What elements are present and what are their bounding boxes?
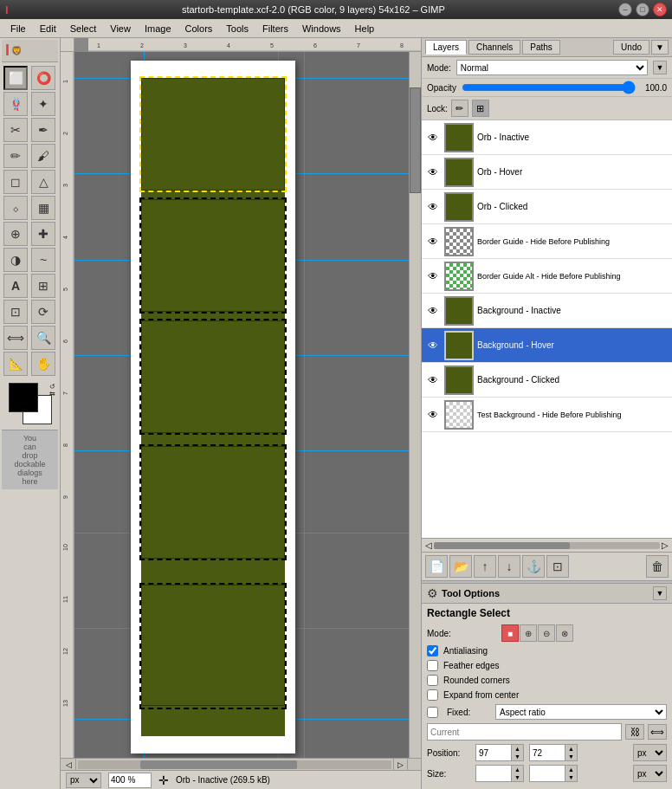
layer-item-4[interactable]: 👁 Border Guide Alt - Hide Before Publish… — [422, 259, 672, 294]
layer-scroll-right[interactable]: ▷ — [662, 540, 669, 550]
tab-channels[interactable]: Channels — [468, 40, 520, 55]
layer-item-1[interactable]: 👁 Orb - Hover — [422, 155, 672, 190]
size-unit-select[interactable]: px mm — [633, 765, 667, 782]
aspect-chain-btn[interactable]: ⛓ — [625, 724, 644, 740]
mode-select[interactable]: Normal Dissolve Multiply Screen — [456, 60, 648, 75]
layer-h-scrollbar[interactable] — [434, 542, 660, 549]
delete-layer-btn[interactable]: 🗑 — [646, 555, 669, 578]
dodge-burn-tool[interactable]: ◑ — [3, 248, 28, 272]
size-w-value[interactable] — [476, 766, 511, 781]
menu-item-file[interactable]: File — [3, 22, 33, 36]
mode-subtract-btn[interactable]: ⊖ — [538, 624, 555, 642]
expand-checkbox[interactable] — [427, 689, 438, 701]
layer-eye-6[interactable]: 👁 — [425, 338, 441, 353]
clone-tool[interactable]: ⊕ — [3, 222, 28, 246]
menu-item-select[interactable]: Select — [63, 22, 104, 36]
rounded-checkbox[interactable] — [427, 675, 438, 686]
aspect-ratio-input[interactable] — [427, 723, 622, 740]
h-scrollbar-track[interactable] — [78, 760, 391, 769]
tab-undo[interactable]: Undo — [613, 40, 649, 55]
aspect-swap-btn[interactable]: ⟺ — [648, 724, 667, 740]
menu-item-tools[interactable]: Tools — [219, 22, 255, 36]
paths-tool[interactable]: ✒ — [31, 118, 55, 142]
tool-options-menu-btn[interactable]: ▼ — [653, 586, 667, 600]
layer-scroll-left[interactable]: ◁ — [425, 540, 432, 550]
layer-item-2[interactable]: 👁 Orb - Clicked — [422, 190, 672, 224]
new-layer-btn[interactable]: 📄 — [425, 555, 448, 578]
nav-icon[interactable]: ✛ — [158, 773, 169, 787]
layer-h-scroll-thumb[interactable] — [434, 542, 570, 549]
open-layer-btn[interactable]: 📂 — [449, 555, 472, 578]
menu-item-image[interactable]: Image — [138, 22, 178, 36]
mode-intersect-btn[interactable]: ⊗ — [556, 624, 573, 642]
layer-eye-4[interactable]: 👁 — [425, 268, 441, 284]
menu-item-colors[interactable]: Colors — [178, 22, 220, 36]
layer-item-8[interactable]: 👁 Test Background - Hide Before Publishi… — [422, 398, 672, 432]
pos-y-up[interactable]: ▲ — [565, 745, 577, 753]
layer-item-6[interactable]: 👁 Background - Hover — [422, 328, 672, 363]
feather-checkbox[interactable] — [427, 660, 438, 671]
pos-y-value[interactable] — [530, 745, 565, 760]
zoom-input[interactable] — [108, 773, 152, 788]
layer-eye-7[interactable]: 👁 — [425, 372, 441, 388]
layer-eye-0[interactable]: 👁 — [425, 130, 441, 146]
hand-tool[interactable]: ✋ — [31, 352, 55, 376]
position-unit-select[interactable]: px mm — [633, 744, 667, 761]
mode-replace-btn[interactable]: ■ — [501, 624, 519, 642]
size-h-value[interactable] — [530, 766, 565, 781]
free-select-tool[interactable]: 🪢 — [3, 92, 28, 116]
swap-colors-icon[interactable]: ⇆ — [49, 390, 55, 398]
lock-pixels-btn[interactable]: ✏ — [451, 100, 468, 117]
measure-tool[interactable]: 📐 — [3, 352, 28, 376]
crop-tool[interactable]: ⊡ — [3, 300, 28, 324]
h-scroll-left[interactable]: ◁ — [62, 759, 76, 771]
tab-layers[interactable]: Layers — [425, 40, 467, 55]
foreground-color-swatch[interactable] — [9, 383, 38, 412]
menu-item-help[interactable]: Help — [348, 22, 382, 36]
image-canvas[interactable] — [131, 61, 295, 753]
layer-item-5[interactable]: 👁 Background - Inactive — [422, 294, 672, 328]
bucket-fill-tool[interactable]: ⬦ — [3, 196, 28, 220]
fixed-select[interactable]: Aspect ratio Width Height Size — [495, 704, 667, 720]
opacity-slider[interactable] — [462, 81, 636, 94]
layer-eye-1[interactable]: 👁 — [425, 165, 441, 180]
h-scroll-right[interactable]: ▷ — [393, 759, 407, 771]
ellipse-select-tool[interactable]: ⭕ — [31, 66, 55, 90]
layer-item-3[interactable]: 👁 Border Guide - Hide Before Publishing — [422, 224, 672, 259]
flip-tool[interactable]: ⟺ — [3, 326, 28, 350]
pos-x-value[interactable] — [476, 745, 511, 760]
airbrush-tool[interactable]: △ — [31, 170, 55, 194]
lock-alpha-btn[interactable]: ⊞ — [472, 100, 489, 117]
mode-add-btn[interactable]: ⊕ — [520, 624, 537, 642]
fuzzy-select-tool[interactable]: ✦ — [31, 92, 55, 116]
panel-menu-btn[interactable]: ▼ — [651, 40, 669, 55]
duplicate-layer-btn[interactable]: ⊡ — [546, 555, 569, 578]
pencil-tool[interactable]: ✏ — [3, 144, 28, 168]
transform-tool[interactable]: ⟳ — [31, 300, 55, 324]
align-tool[interactable]: ⊞ — [31, 274, 55, 298]
eraser-tool[interactable]: ◻ — [3, 170, 28, 194]
size-w-down[interactable]: ▼ — [511, 773, 523, 781]
menu-item-windows[interactable]: Windows — [295, 22, 348, 36]
close-button[interactable]: ✕ — [653, 3, 667, 16]
size-h-up[interactable]: ▲ — [565, 766, 577, 773]
maximize-button[interactable]: □ — [636, 3, 649, 16]
pos-x-down[interactable]: ▼ — [511, 753, 523, 760]
size-w-up[interactable]: ▲ — [511, 766, 523, 773]
antialias-checkbox[interactable] — [427, 645, 438, 656]
layers-panel-menu[interactable]: ▼ — [653, 61, 667, 74]
layer-eye-8[interactable]: 👁 — [425, 407, 441, 423]
layer-down-btn[interactable]: ↓ — [498, 555, 520, 578]
fixed-checkbox[interactable] — [427, 707, 438, 718]
layer-item-7[interactable]: 👁 Background - Clicked — [422, 363, 672, 398]
menu-item-view[interactable]: View — [103, 22, 138, 36]
v-scrollbar[interactable] — [409, 52, 421, 758]
pos-y-down[interactable]: ▼ — [565, 753, 577, 760]
unit-select[interactable]: px mm inch — [66, 773, 101, 788]
scissors-tool[interactable]: ✂ — [3, 118, 28, 142]
anchor-layer-btn[interactable]: ⚓ — [522, 555, 545, 578]
layer-eye-2[interactable]: 👁 — [425, 199, 441, 215]
zoom-tool[interactable]: 🔍 — [31, 326, 55, 350]
gradient-tool[interactable]: ▦ — [31, 196, 55, 220]
paintbrush-tool[interactable]: 🖌 — [31, 144, 55, 168]
